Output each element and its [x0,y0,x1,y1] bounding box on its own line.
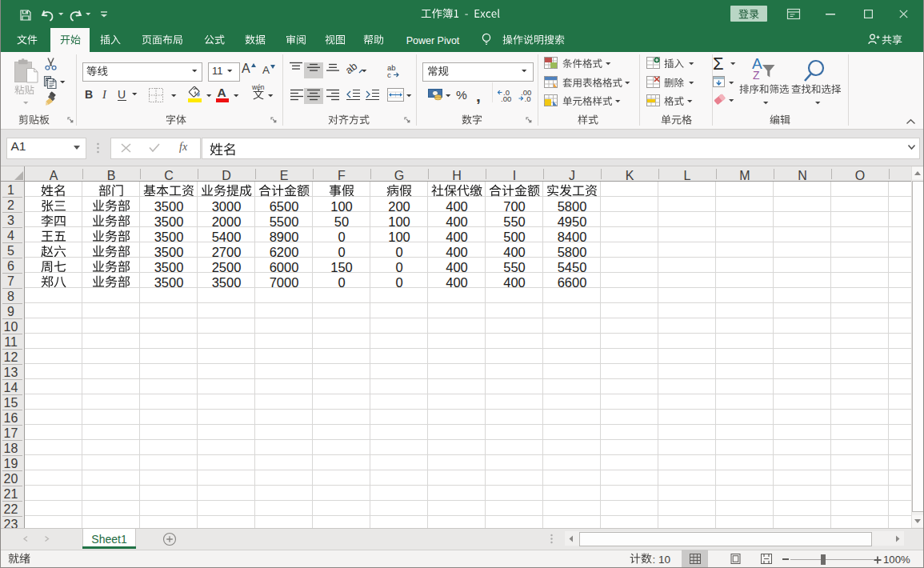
svg-text:.0: .0 [525,94,531,103]
svg-text:c: c [387,70,391,79]
svg-text:.00: .00 [501,94,511,103]
